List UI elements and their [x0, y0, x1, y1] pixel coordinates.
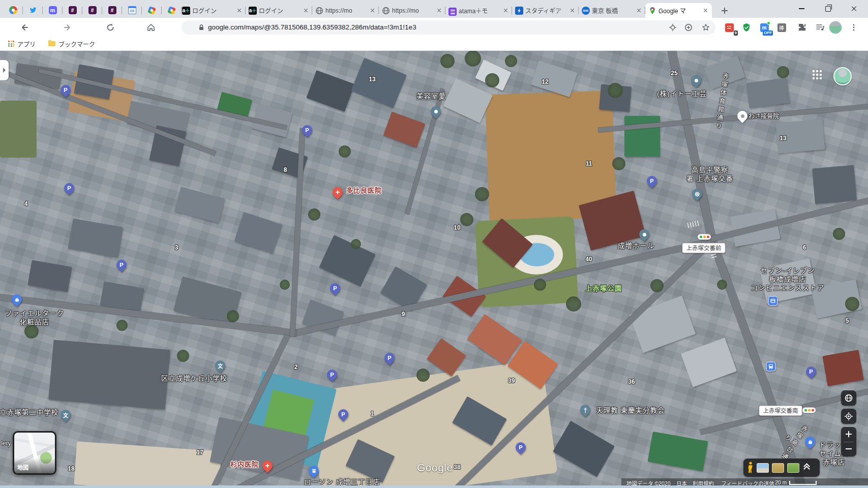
bookmark-star-icon[interactable]	[700, 22, 711, 33]
pinned-tab-slack[interactable]: #	[102, 3, 122, 17]
url-bar[interactable]: google.com/maps/@35.7815068,139.6359382,…	[182, 20, 715, 35]
parking-pin[interactable]: P	[327, 370, 337, 382]
place-label[interactable]: lery	[1, 440, 11, 447]
pinned-tab-calendar[interactable]: 29	[122, 3, 142, 17]
extension-kanji[interactable]: 棒	[775, 21, 788, 34]
profile-avatar-button[interactable]	[829, 21, 842, 34]
school-pin[interactable]: 文	[61, 410, 71, 422]
browser-tab[interactable]: Google マ	[645, 3, 712, 18]
window-close-button[interactable]	[843, 0, 866, 17]
parking-pin[interactable]: P	[302, 125, 312, 137]
medical-label[interactable]: 多比良医院	[346, 187, 382, 195]
park-label[interactable]: 上赤塚公園	[585, 285, 622, 293]
place-label[interactable]: 成増ホール	[618, 242, 655, 251]
browser-tab[interactable]: https://mo	[379, 3, 445, 18]
place-label[interactable]: セブン-イレブン 板橋成増店 コンビニエンスストア	[751, 267, 825, 293]
browser-tab[interactable]: atama＋モ	[445, 3, 512, 18]
police-pin[interactable]: ⊗	[692, 189, 702, 201]
tab-close-button[interactable]	[568, 7, 576, 14]
tab-close-button[interactable]	[435, 7, 442, 14]
browser-tab[interactable]: NHK東京 板橋	[579, 3, 645, 18]
transit-icon[interactable]	[768, 296, 778, 306]
parking-pin[interactable]: P	[647, 176, 657, 188]
traffic-light-icon[interactable]	[698, 234, 711, 240]
place-label[interactable]: 美容室愛	[416, 93, 446, 101]
zoom-plus-icon[interactable]	[683, 22, 694, 33]
parking-pin[interactable]: P	[806, 367, 816, 379]
place-label[interactable]: わさ接骨院	[749, 113, 779, 120]
place-label[interactable]: 区立成増ケ丘小学校	[161, 375, 228, 383]
clinic-pin[interactable]	[737, 111, 747, 123]
window-minimize-button[interactable]	[790, 0, 813, 17]
location-share-icon[interactable]	[667, 22, 678, 33]
earth-view-button[interactable]	[841, 390, 856, 406]
pinned-tab-mastodon[interactable]: m	[43, 3, 63, 17]
tab-close-button[interactable]	[302, 7, 309, 14]
medical-label[interactable]: 杉内医院	[230, 461, 259, 469]
extension-mokku[interactable]: m OFF	[758, 21, 771, 34]
reload-button[interactable]	[103, 20, 118, 35]
browser-tab[interactable]: a＋ログイン	[179, 3, 246, 18]
pinned-tab-twitter[interactable]	[23, 3, 43, 17]
minimap-toggle[interactable]: 地図	[13, 431, 56, 475]
place-pin[interactable]	[431, 106, 441, 118]
place-label[interactable]: (株)イトー工芸	[657, 90, 707, 99]
school-pin[interactable]: 文	[215, 360, 225, 373]
extension-shield[interactable]	[740, 21, 753, 34]
pinned-tab-slack[interactable]: #	[63, 3, 82, 17]
place-label[interactable]: 区立赤塚第二中学校	[0, 409, 58, 417]
my-location-button[interactable]	[841, 409, 856, 424]
window-maximize-button[interactable]	[816, 0, 840, 17]
parking-pin[interactable]: P	[516, 442, 526, 454]
parking-pin[interactable]: P	[61, 85, 71, 97]
place-pin[interactable]	[691, 75, 701, 87]
parking-pin[interactable]: P	[64, 183, 74, 195]
imagery-thumbnail[interactable]	[787, 463, 799, 473]
bus-stop-icon[interactable]	[766, 362, 776, 372]
shop-pin[interactable]	[805, 437, 815, 449]
side-panel-toggle[interactable]	[0, 60, 9, 80]
tab-close-button[interactable]	[502, 7, 509, 14]
chrome-menu-button[interactable]	[847, 21, 860, 34]
imagery-thumbnail[interactable]	[757, 463, 769, 473]
hospital-pin[interactable]: +	[262, 461, 273, 473]
zoom-out-button[interactable]	[841, 442, 856, 456]
browser-tab[interactable]: a＋ログイン	[246, 3, 312, 18]
back-button[interactable]	[17, 20, 32, 35]
parking-pin[interactable]: P	[384, 353, 395, 365]
extensions-menu-button[interactable]	[796, 21, 809, 34]
pegman-icon[interactable]	[747, 462, 754, 474]
place-pin[interactable]	[639, 229, 649, 241]
hospital-pin[interactable]: +	[333, 187, 343, 199]
pinned-tab-google-photos[interactable]	[3, 3, 23, 17]
church-pin[interactable]: †	[580, 405, 590, 417]
zoom-in-button[interactable]	[841, 427, 856, 441]
tab-close-button[interactable]	[702, 7, 709, 14]
parking-pin[interactable]: P	[338, 409, 348, 421]
place-label[interactable]: ファイエルターク 化粧品店	[5, 310, 64, 327]
map-canvas[interactable]: 美容室愛(株)イトー工芸わさ接骨院高島平警察 署 上赤塚交番成増ホール多比良医院…	[0, 51, 868, 488]
convenience-store-pin[interactable]	[309, 466, 319, 478]
browser-tab[interactable]: https://mo	[312, 3, 379, 18]
url-text[interactable]: google.com/maps/@35.7815068,139.6359382,…	[208, 20, 416, 35]
tab-close-button[interactable]	[235, 7, 243, 14]
playlist-button[interactable]	[814, 21, 827, 34]
place-label[interactable]: 天理教 東慶実分教会	[596, 407, 665, 415]
place-label[interactable]: 高島平警察 署 上赤塚交番	[686, 166, 733, 184]
tab-close-button[interactable]	[369, 7, 376, 14]
account-avatar[interactable]	[833, 67, 852, 85]
home-button[interactable]	[143, 20, 159, 35]
browser-tab[interactable]: スタディギア	[512, 3, 579, 18]
google-apps-grid-button[interactable]	[813, 70, 822, 79]
shop-pin[interactable]	[12, 294, 22, 307]
forward-button[interactable]	[60, 20, 75, 35]
bookmark-folder[interactable]: ブックマーク	[48, 39, 95, 49]
imagery-thumbnail[interactable]	[772, 463, 784, 473]
extension-notes[interactable]: 9	[723, 21, 736, 34]
expand-imagery-button[interactable]	[804, 465, 809, 470]
tab-close-button[interactable]	[635, 7, 642, 14]
parking-pin[interactable]: P	[330, 283, 340, 295]
traffic-light-icon[interactable]	[802, 408, 816, 413]
pinned-tab-slack[interactable]: #	[82, 3, 102, 17]
new-tab-button[interactable]	[718, 4, 731, 17]
